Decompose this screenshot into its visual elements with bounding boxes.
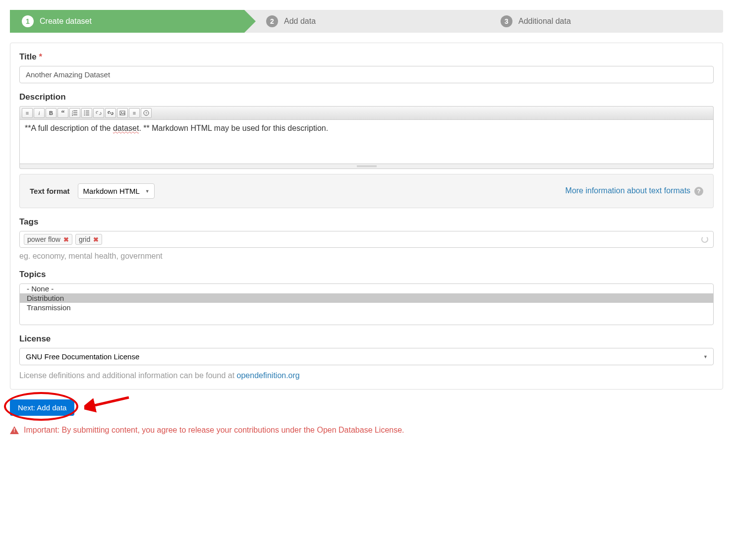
tag-text: power flow bbox=[27, 235, 60, 243]
step-create-dataset[interactable]: 1 Create dataset bbox=[10, 10, 244, 33]
next-add-data-button[interactable]: Next: Add data bbox=[10, 399, 74, 416]
unordered-list-icon[interactable] bbox=[81, 108, 92, 118]
progress-stepper: 1 Create dataset 2 Add data 3 Additional… bbox=[10, 10, 723, 33]
svg-point-6 bbox=[84, 111, 85, 112]
tag-text: grid bbox=[79, 235, 90, 243]
license-group: License GNU Free Documentation License L… bbox=[19, 334, 714, 380]
step-number-1: 1 bbox=[22, 15, 34, 27]
image-icon[interactable] bbox=[117, 108, 128, 118]
annotation-arrow-icon bbox=[84, 393, 134, 413]
text-format-select[interactable]: Markdown HTML bbox=[78, 183, 155, 199]
help-icon[interactable]: ? bbox=[694, 187, 703, 196]
dataset-form: Title * Description ≡ i B “ 123 bbox=[10, 43, 723, 390]
license-select[interactable]: GNU Free Documentation License bbox=[19, 348, 714, 365]
bold-icon[interactable]: B bbox=[46, 108, 56, 118]
topics-listbox[interactable]: - None - Distribution Transmission bbox=[19, 283, 714, 325]
step-number-3: 3 bbox=[501, 15, 512, 27]
required-asterisk: * bbox=[39, 52, 42, 61]
unlink-icon[interactable] bbox=[93, 108, 104, 118]
license-help-text: License definitions and additional infor… bbox=[19, 371, 714, 380]
svg-rect-9 bbox=[86, 112, 89, 113]
topic-option-none[interactable]: - None - bbox=[20, 284, 713, 293]
svg-rect-5 bbox=[73, 114, 77, 115]
editor-resize-grip[interactable] bbox=[19, 164, 714, 169]
svg-rect-11 bbox=[86, 114, 89, 115]
step-number-2: 2 bbox=[266, 15, 278, 27]
svg-rect-3 bbox=[73, 112, 77, 113]
description-textarea[interactable]: **A full description of the dataset. ** … bbox=[19, 119, 714, 164]
step-label-1: Create dataset bbox=[40, 17, 92, 26]
tag-remove-icon[interactable]: ✖ bbox=[63, 236, 69, 243]
more-info-link[interactable]: More information about text formats bbox=[565, 186, 691, 195]
align-icon[interactable]: ≡ bbox=[129, 108, 140, 118]
next-button-annotation: Next: Add data bbox=[10, 399, 74, 416]
license-label: License bbox=[19, 334, 714, 344]
link-icon[interactable] bbox=[105, 108, 116, 118]
tags-label: Tags bbox=[19, 217, 714, 227]
topics-group: Topics - None - Distribution Transmissio… bbox=[19, 270, 714, 325]
format-icon[interactable]: ≡ bbox=[22, 108, 33, 118]
title-input[interactable] bbox=[19, 66, 714, 83]
svg-line-17 bbox=[90, 397, 129, 406]
important-notice-text: Important: By submitting content, you ag… bbox=[24, 426, 404, 435]
step-label-3: Additional data bbox=[518, 17, 571, 26]
loading-spinner-icon bbox=[701, 236, 708, 243]
opendefinition-link[interactable]: opendefinition.org bbox=[237, 371, 300, 380]
quote-icon[interactable]: “ bbox=[57, 108, 68, 118]
topic-option-distribution[interactable]: Distribution bbox=[20, 293, 713, 303]
tag-chip: grid ✖ bbox=[75, 234, 102, 245]
description-group: Description ≡ i B “ 123 ≡ ? bbox=[19, 92, 714, 208]
tag-chip: power flow ✖ bbox=[24, 234, 72, 245]
text-format-panel: Text format Markdown HTML More informati… bbox=[19, 174, 714, 208]
svg-text:?: ? bbox=[145, 112, 147, 115]
ordered-list-icon[interactable]: 123 bbox=[69, 108, 80, 118]
italic-icon[interactable]: i bbox=[34, 108, 45, 118]
important-notice: Important: By submitting content, you ag… bbox=[10, 426, 723, 435]
title-label: Title * bbox=[19, 52, 714, 62]
editor-toolbar: ≡ i B “ 123 ≡ ? bbox=[19, 106, 714, 119]
description-label: Description bbox=[19, 92, 714, 102]
step-label-2: Add data bbox=[284, 17, 316, 26]
svg-rect-7 bbox=[86, 111, 89, 111]
warning-icon bbox=[10, 426, 19, 434]
help-editor-icon[interactable]: ? bbox=[141, 108, 152, 118]
tag-remove-icon[interactable]: ✖ bbox=[93, 236, 99, 243]
topic-option-transmission[interactable]: Transmission bbox=[20, 303, 713, 312]
svg-point-8 bbox=[84, 112, 85, 113]
step-additional-data[interactable]: 3 Additional data bbox=[489, 10, 723, 33]
svg-rect-1 bbox=[73, 111, 77, 111]
tags-help-text: eg. economy, mental health, government bbox=[19, 252, 714, 261]
topics-label: Topics bbox=[19, 270, 714, 280]
text-format-label: Text format bbox=[30, 187, 70, 195]
tags-input[interactable]: power flow ✖ grid ✖ bbox=[19, 231, 714, 248]
svg-point-10 bbox=[84, 114, 85, 115]
title-group: Title * bbox=[19, 52, 714, 83]
step-add-data[interactable]: 2 Add data bbox=[244, 10, 489, 33]
title-label-text: Title bbox=[19, 52, 37, 61]
svg-text:3: 3 bbox=[72, 114, 73, 116]
tags-group: Tags power flow ✖ grid ✖ eg. economy, me… bbox=[19, 217, 714, 261]
